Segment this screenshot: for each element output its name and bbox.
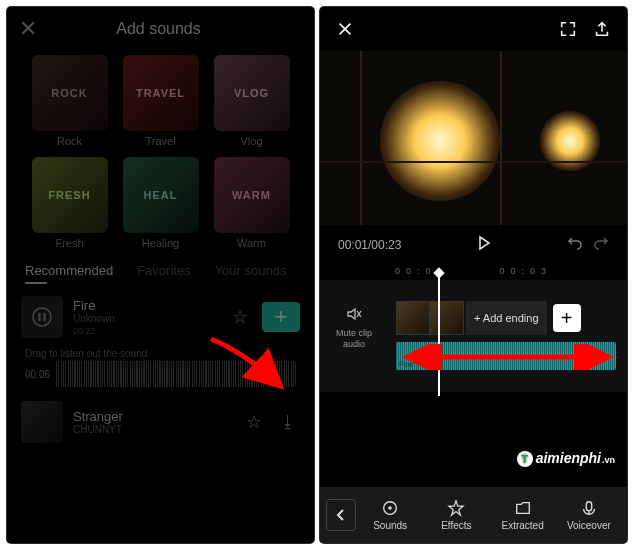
track-artist: Unknown bbox=[73, 313, 218, 324]
close-icon[interactable] bbox=[334, 18, 356, 40]
mute-label-1: Mute clip bbox=[336, 328, 372, 338]
track-duration: 00:22 bbox=[73, 326, 218, 336]
category-travel[interactable]: TRAVEL Travel bbox=[120, 55, 201, 147]
time-display: 00:01/00:23 bbox=[338, 238, 401, 252]
category-label: Travel bbox=[145, 135, 175, 147]
tab-your-sounds[interactable]: Your sounds bbox=[215, 263, 287, 284]
category-warm[interactable]: WARM Warm bbox=[211, 157, 292, 249]
tab-extracted[interactable]: Extracted bbox=[491, 499, 555, 531]
export-icon[interactable] bbox=[591, 18, 613, 40]
video-clip[interactable] bbox=[396, 301, 430, 335]
category-healing[interactable]: HEAL Healing bbox=[120, 157, 201, 249]
bottom-toolbar: Sounds Effects Extracted Voiceover bbox=[320, 487, 627, 543]
download-icon[interactable]: ⭳ bbox=[276, 409, 300, 435]
category-label: Healing bbox=[142, 237, 179, 249]
tab-voiceover[interactable]: Voiceover bbox=[557, 499, 621, 531]
sound-tabs: Recommended Favorites Your sounds bbox=[7, 249, 314, 290]
svg-point-5 bbox=[388, 506, 392, 510]
track-artist: CHUNNYT bbox=[73, 424, 232, 435]
svg-rect-6 bbox=[586, 502, 591, 511]
category-thumb: VLOG bbox=[214, 55, 290, 131]
playback-bar: 00:01/00:23 bbox=[320, 225, 627, 264]
tab-label: Voiceover bbox=[567, 520, 611, 531]
svg-rect-1 bbox=[39, 313, 41, 321]
screen-title: Add sounds bbox=[37, 20, 280, 38]
track-art bbox=[21, 401, 63, 443]
track-row[interactable]: Fire Unknown 00:22 ☆ + bbox=[7, 290, 314, 344]
video-editor-screen: 00:01/00:23 00:0000:03 Mute clip audio + bbox=[320, 7, 627, 543]
category-thumb: WARM bbox=[214, 157, 290, 233]
audio-clip-name: Fire bbox=[399, 360, 413, 369]
category-grid: ROCK Rock TRAVEL Travel VLOG Vlog FRESH … bbox=[7, 51, 314, 249]
category-label: Fresh bbox=[55, 237, 83, 249]
speaker-muted-icon bbox=[326, 306, 382, 326]
category-vlog[interactable]: VLOG Vlog bbox=[211, 55, 292, 147]
waveform[interactable] bbox=[56, 361, 296, 387]
watermark-suffix: .vn bbox=[602, 455, 615, 465]
video-clip[interactable] bbox=[430, 301, 464, 335]
svg-rect-2 bbox=[44, 313, 46, 321]
tab-label: Sounds bbox=[373, 520, 407, 531]
track-name: Fire bbox=[73, 298, 218, 313]
add-clip-button[interactable]: + bbox=[553, 304, 581, 332]
track-meta: Stranger CHUNNYT bbox=[73, 409, 232, 435]
waveform-row[interactable]: 00:06 bbox=[7, 361, 314, 395]
timeline[interactable]: Mute clip audio + Add ending + Fire bbox=[320, 280, 627, 392]
add-ending-button[interactable]: + Add ending bbox=[466, 301, 547, 335]
track-row[interactable]: Stranger CHUNNYT ☆ ⭳ bbox=[7, 395, 314, 449]
track-name: Stranger bbox=[73, 409, 232, 424]
watermark-badge: T bbox=[517, 451, 533, 467]
undo-icon[interactable] bbox=[567, 235, 583, 254]
video-track[interactable]: + Add ending + bbox=[396, 300, 581, 336]
audio-clip[interactable]: Fire bbox=[396, 342, 616, 370]
category-thumb: TRAVEL bbox=[123, 55, 199, 131]
header: ✕ Add sounds bbox=[7, 7, 314, 51]
category-rock[interactable]: ROCK Rock bbox=[29, 55, 110, 147]
track-meta: Fire Unknown 00:22 bbox=[73, 298, 218, 336]
redo-icon[interactable] bbox=[593, 235, 609, 254]
back-button[interactable] bbox=[326, 499, 356, 531]
tick-label: 00:03 bbox=[500, 266, 553, 276]
drag-hint: Drag to listen out the sound bbox=[7, 344, 314, 361]
tab-recommended[interactable]: Recommended bbox=[25, 263, 113, 284]
watermark-text: aimienphi bbox=[536, 450, 601, 466]
category-label: Warm bbox=[237, 237, 266, 249]
add-sound-button[interactable]: + bbox=[262, 302, 300, 332]
fullscreen-icon[interactable] bbox=[557, 18, 579, 40]
play-icon[interactable] bbox=[476, 235, 492, 254]
tab-label: Effects bbox=[441, 520, 471, 531]
tab-effects[interactable]: Effects bbox=[424, 499, 488, 531]
category-thumb: ROCK bbox=[32, 55, 108, 131]
tab-favorites[interactable]: Favorites bbox=[137, 263, 190, 284]
category-thumb: FRESH bbox=[32, 157, 108, 233]
favorite-icon[interactable]: ☆ bbox=[228, 302, 252, 332]
time-ruler: 00:0000:03 bbox=[320, 264, 627, 280]
close-icon[interactable]: ✕ bbox=[19, 16, 37, 42]
watermark: T aimienphi.vn bbox=[517, 450, 615, 467]
add-sounds-screen: ✕ Add sounds ROCK Rock TRAVEL Travel VLO… bbox=[7, 7, 314, 543]
tab-sounds[interactable]: Sounds bbox=[358, 499, 422, 531]
pause-icon[interactable] bbox=[21, 296, 63, 338]
favorite-icon[interactable]: ☆ bbox=[242, 407, 266, 437]
wave-time: 00:06 bbox=[25, 369, 50, 380]
tab-label: Recommended bbox=[25, 263, 113, 278]
svg-point-0 bbox=[33, 308, 51, 326]
category-fresh[interactable]: FRESH Fresh bbox=[29, 157, 110, 249]
video-preview[interactable] bbox=[320, 51, 627, 225]
editor-header bbox=[320, 7, 627, 51]
mute-label-2: audio bbox=[343, 339, 365, 349]
category-label: Vlog bbox=[240, 135, 262, 147]
category-label: Rock bbox=[57, 135, 82, 147]
tab-label: Extracted bbox=[502, 520, 544, 531]
category-thumb: HEAL bbox=[123, 157, 199, 233]
playhead[interactable] bbox=[438, 272, 440, 396]
mute-clip-audio-button[interactable]: Mute clip audio bbox=[326, 306, 382, 350]
